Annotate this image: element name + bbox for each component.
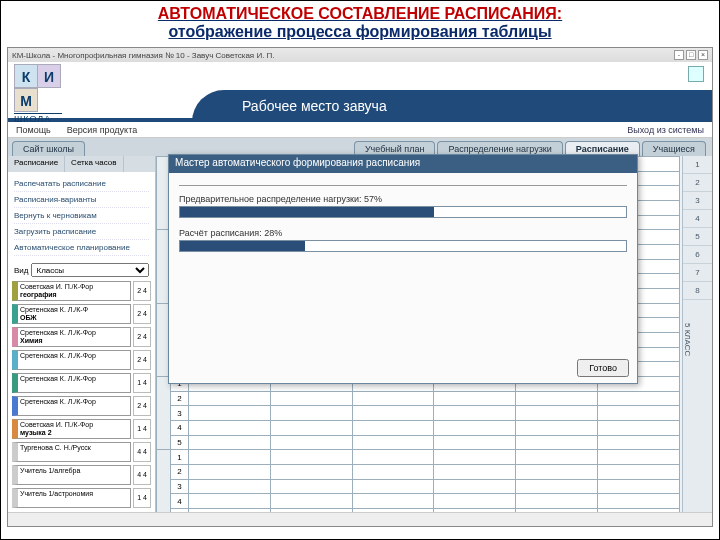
statusbar [8, 512, 712, 526]
filter-label: Вид [14, 266, 28, 275]
progress1-bar [179, 206, 627, 218]
tab-students[interactable]: Учащиеся [642, 141, 706, 156]
right-slot[interactable]: 5 [683, 228, 712, 246]
window-titlebar: КМ-Школа - Многопрофильная гимназия № 10… [8, 48, 712, 62]
maximize-button[interactable]: □ [686, 50, 696, 60]
nav-print[interactable]: Распечатать расписание [14, 176, 149, 192]
slide-title: АВТОМАТИЧЕСКОЕ СОСТАВЛЕНИЕ РАСПИСАНИЯ: о… [1, 1, 719, 45]
nav-list: Распечатать расписание Расписания-вариан… [8, 172, 155, 260]
window-title-text: КМ-Школа - Многопрофильная гимназия № 10… [12, 51, 275, 60]
menubar: Помощь Версия продукта Выход из системы [8, 122, 712, 138]
modal-title: Мастер автоматического формирования расп… [169, 155, 637, 173]
nav-auto[interactable]: Автоматическое планирование [14, 240, 149, 256]
app-logo: КИ М ШКОЛА [14, 64, 74, 120]
right-slot[interactable]: 8 [683, 282, 712, 300]
view-select[interactable]: Классы [31, 263, 149, 277]
workspace-title: Рабочее место завуча [242, 98, 387, 114]
right-slot[interactable]: 7 [683, 264, 712, 282]
right-slot[interactable]: 6 [683, 246, 712, 264]
subtab-schedule[interactable]: Расписание [8, 156, 65, 172]
right-class-label: 5 КЛАСС [683, 300, 692, 380]
progress1-label: Предварительное распределение нагрузки: … [179, 194, 627, 204]
right-strip: 123456785 КЛАСС [682, 156, 712, 524]
teacher-row[interactable]: Советская И. П./К-Формузыка 21 4 [12, 418, 151, 439]
progress2-label: Расчёт расписания: 28% [179, 228, 627, 238]
menu-version[interactable]: Версия продукта [67, 125, 137, 135]
done-button[interactable]: Готово [577, 359, 629, 377]
right-slot[interactable]: 1 [683, 156, 712, 174]
progress2-bar [179, 240, 627, 252]
tab-site[interactable]: Сайт школы [12, 141, 85, 156]
left-panel: Расписание Сетка часов Распечатать распи… [8, 156, 156, 524]
subtab-grid[interactable]: Сетка часов [65, 156, 123, 172]
subtabs: Расписание Сетка часов [8, 156, 155, 172]
teacher-row[interactable]: Учитель 1/алгебра4 4 [12, 464, 151, 485]
minimize-button[interactable]: - [674, 50, 684, 60]
close-button[interactable]: × [698, 50, 708, 60]
header-banner: Рабочее место завуча [192, 90, 712, 122]
teacher-list: Советская И. П./К-Форгеография2 4Сретенс… [8, 280, 155, 508]
logout-link[interactable]: Выход из системы [627, 125, 704, 135]
progress-modal: Мастер автоматического формирования расп… [168, 154, 638, 384]
teacher-row[interactable]: Сретенская К. Л./К-Фор1 4 [12, 372, 151, 393]
nav-variants[interactable]: Расписания-варианты [14, 192, 149, 208]
teacher-row[interactable]: Советская И. П./К-Форгеография2 4 [12, 280, 151, 301]
slide-title-rest: отображение процесса формирования таблиц… [168, 23, 551, 40]
slide-title-red: АВТОМАТИЧЕСКОЕ СОСТАВЛЕНИЕ РАСПИСАНИЯ: [158, 5, 562, 22]
teacher-row[interactable]: Сретенская К. Л./К-Фор2 4 [12, 395, 151, 416]
menu-help[interactable]: Помощь [16, 125, 51, 135]
teacher-row[interactable]: Учитель 1/астрономия1 4 [12, 487, 151, 508]
teacher-row[interactable]: Сретенская К. Л./К-ФорХимия2 4 [12, 326, 151, 347]
app-header: КИ М ШКОЛА Рабочее место завуча [8, 62, 712, 122]
nav-load[interactable]: Загрузить расписание [14, 224, 149, 240]
right-slot[interactable]: 3 [683, 192, 712, 210]
edit-icon[interactable] [688, 66, 704, 82]
app-window: КМ-Школа - Многопрофильная гимназия № 10… [7, 47, 713, 527]
right-slot[interactable]: 2 [683, 174, 712, 192]
teacher-row[interactable]: Сретенская К. Л./К-ФОБЖ2 4 [12, 303, 151, 324]
teacher-row[interactable]: Сретенская К. Л./К-Фор2 4 [12, 349, 151, 370]
right-slot[interactable]: 4 [683, 210, 712, 228]
teacher-row[interactable]: Тургенова С. Н./Русск4 4 [12, 441, 151, 462]
nav-revert[interactable]: Вернуть к черновикам [14, 208, 149, 224]
